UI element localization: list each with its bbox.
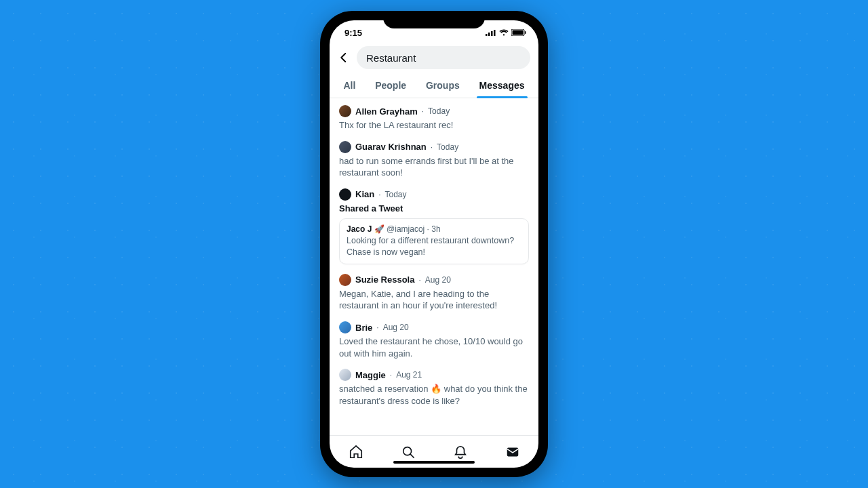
message-header: Allen Grayham·Today: [339, 105, 529, 117]
phone-frame: 9:15 Restaurant All: [320, 11, 548, 477]
back-button[interactable]: [336, 50, 351, 65]
tweet-header: Jaco J 🚀 @iamjacoj · 3h: [347, 224, 521, 234]
tab-label: Groups: [426, 80, 460, 91]
nav-notifications[interactable]: [452, 444, 469, 460]
screen: 9:15 Restaurant All: [330, 20, 538, 468]
separator-dot: ·: [422, 106, 424, 116]
avatar: [339, 321, 351, 333]
home-indicator: [393, 461, 475, 464]
nav-search[interactable]: [400, 444, 416, 460]
tweet-body: Looking for a different restaurant downt…: [347, 235, 521, 258]
tab-label: Messages: [479, 80, 525, 91]
svg-rect-5: [513, 30, 524, 35]
message-item[interactable]: Maggie·Aug 21snatched a reservation 🔥 wh…: [339, 369, 529, 407]
separator-dot: ·: [431, 142, 433, 152]
sender-name: Guarav Krishnan: [355, 142, 427, 152]
search-row: Restaurant: [330, 45, 538, 75]
message-item[interactable]: Guarav Krishnan·Todayhad to run some err…: [339, 141, 529, 179]
embedded-tweet[interactable]: Jaco J 🚀 @iamjacoj · 3hLooking for a dif…: [339, 218, 529, 264]
wifi-icon: [499, 28, 509, 38]
message-body: snatched a reservation 🔥 what do you thi…: [339, 383, 529, 407]
search-icon: [401, 445, 416, 460]
avatar: [339, 141, 351, 153]
sender-name: Suzie Ressola: [355, 274, 414, 285]
message-item[interactable]: Suzie Ressola·Aug 20Megan, Katie, and I …: [339, 274, 529, 312]
message-header: Maggie·Aug 21: [339, 369, 529, 381]
separator-dot: ·: [390, 370, 392, 380]
tab-people[interactable]: People: [371, 75, 410, 98]
separator-dot: ·: [418, 275, 420, 285]
sender-name: Brie: [355, 323, 372, 333]
message-meta: Aug 20: [383, 323, 409, 332]
message-body: Megan, Katie, and I are heading to the r…: [339, 288, 529, 312]
message-body: Loved the restaurant he chose, 10/10 wou…: [339, 336, 529, 359]
sender-name: Allen Grayham: [355, 106, 418, 117]
avatar: [339, 188, 351, 201]
svg-rect-2: [491, 31, 493, 36]
tweet-handle: @iamjacoj · 3h: [387, 224, 441, 234]
message-body: had to run some errands first but I'll b…: [339, 155, 529, 179]
message-body: Shared a Tweet: [339, 203, 529, 215]
cellular-icon: [486, 28, 496, 38]
nav-home[interactable]: [348, 444, 364, 460]
message-item[interactable]: Allen Grayham·TodayThx for the LA restau…: [339, 105, 529, 131]
avatar: [339, 369, 351, 381]
avatar: [339, 105, 351, 117]
message-item[interactable]: Kian·TodayShared a TweetJaco J 🚀 @iamjac…: [339, 188, 529, 264]
sender-name: Maggie: [355, 370, 386, 380]
search-input-value: Restaurant: [366, 52, 416, 64]
bell-icon: [453, 445, 468, 460]
home-icon: [349, 445, 363, 460]
svg-point-7: [403, 447, 411, 455]
message-header: Guarav Krishnan·Today: [339, 141, 529, 153]
envelope-icon: [505, 445, 520, 460]
status-time: 9:15: [344, 28, 362, 38]
tweet-author: Jaco J 🚀: [347, 224, 387, 234]
tab-all[interactable]: All: [339, 75, 359, 98]
separator-dot: ·: [376, 323, 378, 332]
svg-rect-6: [525, 31, 526, 34]
tab-label: All: [343, 80, 355, 91]
message-header: Suzie Ressola·Aug 20: [339, 274, 529, 286]
search-input[interactable]: Restaurant: [357, 46, 530, 69]
chevron-left-icon: [338, 52, 350, 64]
message-meta: Today: [437, 142, 458, 152]
message-header: Kian·Today: [339, 188, 529, 201]
message-body: Thx for the LA restaurant rec!: [339, 119, 529, 131]
svg-rect-8: [507, 447, 518, 456]
tab-label: People: [375, 80, 406, 91]
tab-messages[interactable]: Messages: [475, 75, 529, 98]
message-header: Brie·Aug 20: [339, 321, 529, 333]
battery-icon: [511, 28, 526, 38]
results-list[interactable]: Allen Grayham·TodayThx for the LA restau…: [330, 98, 538, 435]
tab-groups[interactable]: Groups: [422, 75, 464, 98]
message-meta: Aug 21: [396, 370, 422, 380]
tabs: All People Groups Messages: [330, 75, 538, 98]
separator-dot: ·: [378, 190, 380, 199]
message-meta: Today: [385, 190, 407, 199]
message-item[interactable]: Brie·Aug 20Loved the restaurant he chose…: [339, 321, 529, 359]
message-meta: Today: [428, 106, 450, 116]
message-meta: Aug 20: [425, 275, 451, 285]
svg-rect-0: [486, 34, 488, 36]
status-indicators: [486, 28, 526, 38]
sender-name: Kian: [355, 189, 374, 199]
avatar: [339, 274, 351, 286]
phone-notch: [383, 11, 485, 28]
nav-messages[interactable]: [505, 444, 521, 460]
svg-rect-3: [494, 30, 496, 36]
svg-rect-1: [488, 33, 490, 36]
